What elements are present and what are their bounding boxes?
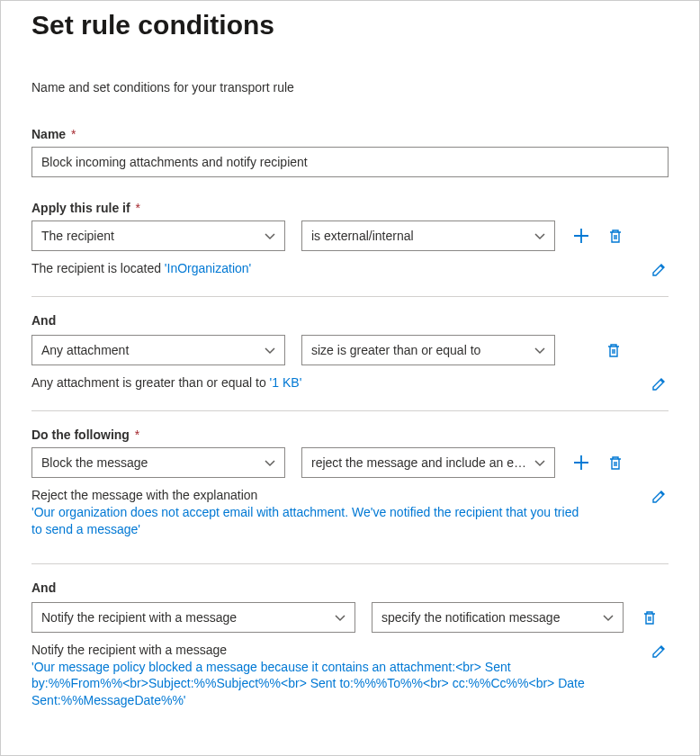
delete-action-button[interactable]	[640, 608, 660, 627]
apply-if-label: Apply this rule if *	[31, 201, 669, 215]
apply-if-dropdown-1[interactable]: The recipient	[31, 220, 285, 251]
chevron-down-icon	[603, 613, 614, 622]
divider	[31, 563, 669, 564]
delete-condition-button[interactable]	[604, 340, 624, 360]
do-following-dropdown-1[interactable]: Block the message	[31, 447, 285, 478]
chevron-down-icon	[265, 458, 275, 467]
chevron-down-icon	[265, 346, 275, 355]
and1-dropdown-1[interactable]: Any attachment	[31, 335, 285, 365]
apply-if-dropdown-2[interactable]: is external/internal	[301, 220, 555, 251]
and2-dropdown-1[interactable]: Notify the recipient with a message	[31, 602, 355, 633]
edit-condition-button[interactable]	[649, 260, 669, 280]
do-following-label: Do the following *	[31, 428, 669, 442]
chevron-down-icon	[335, 613, 346, 622]
chevron-down-icon	[534, 231, 545, 240]
page-title: Set rule conditions	[31, 10, 669, 40]
apply-if-summary: The recipient is located 'InOrganization…	[31, 260, 589, 277]
do-following-dropdown-2[interactable]: reject the message and include an exp...	[301, 447, 555, 478]
and1-summary: Any attachment is greater than or equal …	[31, 374, 589, 392]
delete-action-button[interactable]	[606, 453, 625, 472]
edit-action-button[interactable]	[649, 642, 669, 662]
chevron-down-icon	[534, 458, 545, 467]
delete-condition-button[interactable]	[606, 226, 625, 246]
and2-dropdown-2[interactable]: specify the notification message	[372, 602, 624, 633]
add-action-button[interactable]	[571, 453, 591, 472]
and-label-1: And	[31, 313, 669, 328]
and1-dropdown-2[interactable]: size is greater than or equal to	[301, 335, 555, 365]
name-label: Name *	[31, 127, 669, 141]
and-label-2: And	[31, 580, 669, 595]
do-following-summary: Reject the message with the explanation …	[31, 487, 589, 538]
and2-summary: Notify the recipient with a message 'Our…	[31, 642, 589, 710]
chevron-down-icon	[534, 346, 545, 355]
edit-condition-button[interactable]	[649, 374, 669, 394]
add-condition-button[interactable]	[571, 226, 591, 246]
divider	[31, 296, 669, 297]
page-subtitle: Name and set conditions for your transpo…	[31, 80, 669, 94]
divider	[31, 410, 669, 411]
name-input[interactable]	[31, 147, 669, 177]
edit-action-button[interactable]	[649, 487, 669, 507]
chevron-down-icon	[265, 231, 275, 240]
